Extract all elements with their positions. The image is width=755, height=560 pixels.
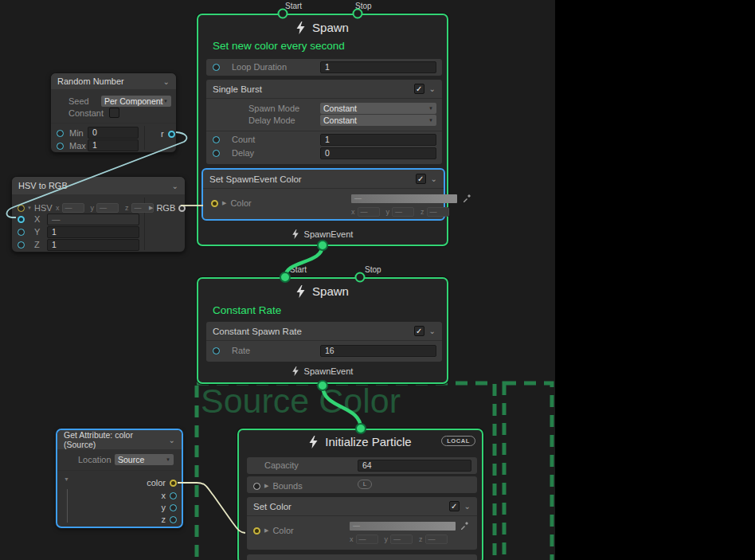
rgb-output-port[interactable]	[178, 205, 186, 212]
capacity-field[interactable]: 64	[358, 460, 471, 472]
count-port[interactable]	[213, 136, 220, 143]
expand-right-icon[interactable]: ▶	[264, 527, 268, 534]
spawnevent-color-label: Color	[230, 198, 251, 208]
set-color-checkbox[interactable]: ✓	[449, 501, 460, 511]
z-input-field[interactable]: 1	[47, 239, 139, 251]
capacity-label: Capacity	[264, 460, 299, 470]
rate-port[interactable]	[213, 347, 220, 354]
spawn1-title: Spawn	[312, 21, 349, 34]
hsv-y-field[interactable]: —	[96, 203, 119, 213]
rate-label: Rate	[232, 346, 250, 355]
y-output-port[interactable]	[170, 504, 177, 511]
z-output-label: z	[162, 515, 166, 524]
color-xyz-row: x— y— z—	[351, 207, 449, 217]
lightning-icon	[296, 285, 305, 298]
init-color-port[interactable]	[253, 527, 260, 535]
capacity-row: Capacity 64	[247, 457, 477, 474]
max-label: Max	[69, 141, 86, 151]
constant-checkbox[interactable]	[109, 108, 119, 118]
spawn2-title-row: Spawn	[198, 284, 447, 298]
seed-label: Seed	[68, 96, 89, 106]
hsv-input-port[interactable]	[18, 205, 25, 212]
constant-spawn-rate-block[interactable]: Constant Spawn Rate ✓ ⌄ Rate 16	[206, 322, 442, 362]
eyedropper-icon[interactable]	[460, 521, 469, 530]
x-input-label: X	[34, 214, 40, 224]
spawn2-stop-label: Stop	[365, 265, 381, 274]
count-label: Count	[232, 135, 255, 144]
hsv-x-field[interactable]: —	[62, 203, 84, 213]
init-color-z-field[interactable]: —	[425, 535, 448, 544]
set-color-block[interactable]: Set Color ✓ ⌄ ▶ Color — x— y— z—	[247, 497, 477, 550]
set-color-collapse-icon[interactable]: ⌄	[464, 502, 471, 511]
color-z-field[interactable]: —	[427, 207, 449, 217]
init-color-xyz-row: x— y— z—	[350, 535, 448, 544]
min-field[interactable]: 0	[88, 127, 139, 139]
random-number-node[interactable]: Random Number ⌄ Seed Per Component▼ Cons…	[50, 72, 177, 153]
r-output-port[interactable]	[168, 131, 175, 138]
lightning-icon	[309, 436, 318, 448]
color-output-port[interactable]	[170, 480, 177, 487]
y-input-field[interactable]: 1	[47, 226, 139, 238]
set-spawnevent-color-checkbox[interactable]: ✓	[416, 174, 426, 184]
expand-right-icon[interactable]: ▶	[222, 200, 226, 206]
loop-duration-port[interactable]	[213, 64, 220, 71]
count-field[interactable]: 1	[320, 134, 436, 146]
delay-mode-dropdown[interactable]: Constant▼	[320, 115, 436, 126]
graph-canvas[interactable]: Source Color Start Stop Start Stop Spawn…	[0, 0, 555, 560]
constant-spawn-rate-collapse-icon[interactable]: ⌄	[429, 327, 436, 335]
spawn-context-2[interactable]: Spawn Constant Rate Constant Spawn Rate …	[197, 277, 448, 384]
bounds-lock-badge: L	[358, 480, 372, 489]
init-color-label: Color	[272, 526, 293, 535]
color-gradient-field[interactable]: —	[351, 194, 457, 203]
z-output-port[interactable]	[170, 516, 177, 523]
initialize-particle-context[interactable]: Initialize Particle LOCAL Capacity 64 ▶ …	[237, 429, 483, 560]
x-input-port[interactable]	[18, 216, 25, 223]
color-y-field[interactable]: —	[392, 207, 414, 217]
next-block-partial	[247, 554, 477, 560]
x-output-port[interactable]	[170, 492, 177, 499]
max-port[interactable]	[57, 143, 64, 150]
color-x-field[interactable]: —	[358, 207, 380, 217]
expand-down-icon[interactable]: ▼	[64, 476, 69, 482]
min-port[interactable]	[57, 130, 64, 137]
max-field[interactable]: 1	[88, 139, 139, 151]
init-color-gradient-field[interactable]: —	[350, 522, 456, 531]
spawn2-note: Constant Rate	[213, 304, 281, 316]
single-burst-block[interactable]: Single Burst ✓ ⌄ Spawn Mode Constant▼ De…	[206, 80, 442, 164]
random-number-collapse-icon[interactable]: ⌄	[163, 77, 170, 86]
spawnevent-color-port[interactable]	[211, 200, 218, 207]
seed-dropdown[interactable]: Per Component▼	[101, 96, 171, 107]
rate-field[interactable]: 16	[320, 345, 436, 357]
delay-mode-label: Delay Mode	[248, 116, 295, 125]
constant-spawn-rate-checkbox[interactable]: ✓	[414, 326, 424, 336]
initialize-title: Initialize Particle	[325, 435, 411, 448]
delay-field[interactable]: 0	[320, 147, 436, 159]
constant-label: Constant	[68, 108, 104, 118]
lightning-icon	[292, 229, 299, 239]
single-burst-collapse-icon[interactable]: ⌄	[429, 84, 436, 93]
hsv-to-rgb-collapse-icon[interactable]: ⌄	[172, 182, 178, 190]
set-spawnevent-color-collapse-icon[interactable]: ⌄	[431, 174, 437, 183]
delay-port[interactable]	[213, 150, 220, 157]
dropdown-arrow-icon: ▼	[428, 106, 433, 111]
hsv-to-rgb-node[interactable]: HSV to RGB ⌄ ▼ HSV x— y— z— X — Y 1 Z 1 …	[11, 176, 186, 253]
z-input-port[interactable]	[18, 241, 25, 249]
expand-right-icon[interactable]: ▶	[149, 205, 153, 211]
collapse-triangle-icon[interactable]: ▼	[27, 206, 32, 210]
dropdown-arrow-icon: ▼	[166, 457, 170, 462]
get-attribute-node[interactable]: Get Attribute: color (Source) ⌄ Location…	[56, 429, 183, 528]
set-spawnevent-color-block[interactable]: Set SpawnEvent Color ✓ ⌄ ▶ Color — x— y—…	[201, 168, 445, 221]
init-color-x-field[interactable]: —	[356, 535, 378, 544]
spawn-context-1[interactable]: Spawn Set new color every second Loop Du…	[197, 14, 448, 246]
get-attribute-collapse-icon[interactable]: ⌄	[169, 436, 175, 444]
location-dropdown[interactable]: Source▼	[115, 454, 174, 465]
bounds-port[interactable]	[253, 483, 260, 490]
x-input-field[interactable]: —	[47, 213, 139, 225]
init-color-y-field[interactable]: —	[390, 535, 413, 544]
loop-duration-field[interactable]: 1	[320, 61, 436, 73]
y-input-port[interactable]	[18, 229, 25, 236]
spawn-mode-dropdown[interactable]: Constant▼	[320, 103, 436, 114]
single-burst-checkbox[interactable]: ✓	[414, 84, 424, 94]
expand-right-icon[interactable]: ▶	[264, 483, 268, 489]
eyedropper-icon[interactable]	[463, 194, 471, 202]
